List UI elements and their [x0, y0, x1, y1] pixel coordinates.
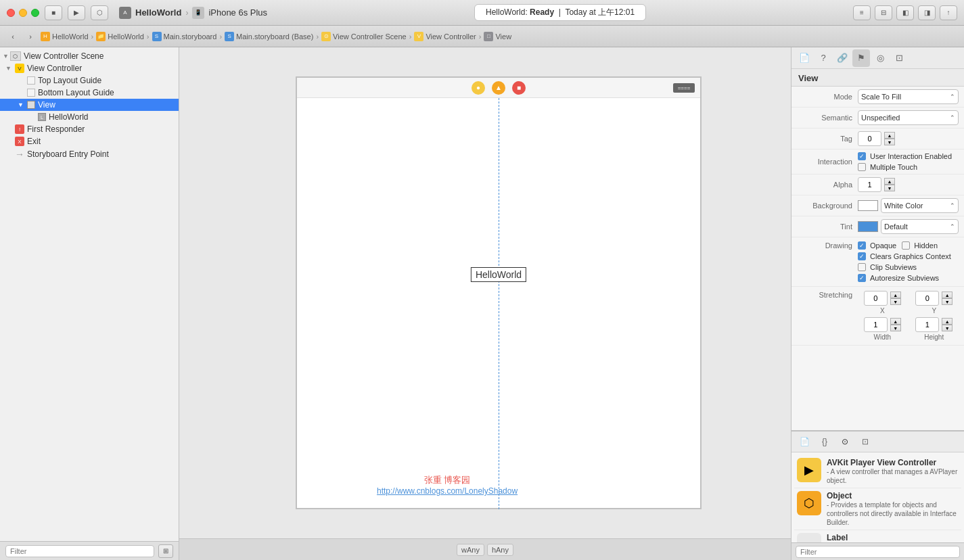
stretch-h-value[interactable]: 1	[915, 317, 939, 332]
size-btn-w[interactable]: wAny	[457, 544, 484, 556]
stretch-y-value[interactable]: 0	[915, 291, 939, 306]
hidden-checkbox[interactable]	[902, 241, 910, 250]
tab-attributes[interactable]: ⚑	[852, 49, 870, 67]
stop-button[interactable]: ■	[45, 5, 62, 20]
semantic-dropdown[interactable]: Unspecified ⌃	[858, 110, 959, 125]
tint-dropdown[interactable]: Default ⌃	[881, 219, 959, 234]
sidebar-toggle[interactable]: ≡	[853, 5, 871, 20]
tree-item-bottom-guide[interactable]: Bottom Layout Guide	[0, 87, 179, 99]
share-btn[interactable]: ↑	[940, 5, 957, 20]
lib-filter	[791, 542, 964, 560]
forward-btn[interactable]: ›	[23, 29, 38, 44]
background-color-swatch[interactable]	[858, 200, 878, 211]
breadcrumb-item-3[interactable]: S Main.storyboard	[152, 32, 217, 41]
tag-stepper-up[interactable]: ▲	[884, 132, 895, 139]
breadcrumb-item-5[interactable]: ⊙ View Controller Scene	[321, 32, 407, 41]
alpha-stepper-value[interactable]: 1	[858, 177, 881, 192]
obj-label[interactable]: Label Label - A variably sized amount of…	[794, 530, 961, 542]
lib-tab-code[interactable]: {}	[817, 434, 832, 449]
tag-value: 0 ▲ ▼	[858, 131, 959, 146]
helloworld-tree-label: HelloWorld	[49, 112, 88, 122]
tree-item-exit[interactable]: X Exit	[0, 135, 179, 147]
minimize-button[interactable]	[19, 9, 27, 17]
breadcrumb-item-4[interactable]: S Main.storyboard (Base)	[225, 32, 313, 41]
stretch-x-btns: ▲ ▼	[890, 291, 901, 305]
alpha-down[interactable]: ▼	[884, 185, 895, 191]
stretch-x-up[interactable]: ▲	[890, 291, 901, 298]
tab-identity[interactable]: ⊡	[890, 49, 908, 67]
filter-input[interactable]	[5, 545, 154, 557]
lib-filter-input[interactable]	[796, 546, 960, 558]
stretching-label: Stretching	[797, 291, 858, 299]
tree-item-vc[interactable]: ▼ V View Controller	[0, 62, 179, 74]
tree-item-first-responder[interactable]: ! First Responder	[0, 123, 179, 135]
editor-btn[interactable]: ⊟	[875, 5, 892, 20]
lib-tab-objects[interactable]: ⊙	[837, 434, 852, 449]
stretch-w-up[interactable]: ▲	[890, 318, 901, 325]
vc-icon: V	[15, 64, 24, 73]
tab-size[interactable]: ◎	[871, 49, 889, 67]
left-panel: ▼ ⬡ View Controller Scene ▼ V View Contr…	[0, 47, 179, 560]
multiple-touch-row: Multiple Touch	[858, 163, 952, 171]
run-button[interactable]: ▶	[68, 5, 85, 20]
stretch-h-down[interactable]: ▼	[942, 325, 952, 331]
tree-item-top-guide[interactable]: Top Layout Guide	[0, 74, 179, 87]
helloworld-label[interactable]: HelloWorld	[471, 267, 526, 282]
tree-item-view[interactable]: ▼ View	[0, 99, 179, 111]
layout-btn[interactable]: ⊞	[158, 544, 173, 558]
background-dropdown-arrow: ⌃	[950, 202, 955, 209]
breadcrumb-item-7[interactable]: □ View	[484, 32, 511, 41]
alpha-up[interactable]: ▲	[884, 178, 895, 185]
iphone-frame[interactable]: ● ▲ ■ ==== HelloWorld 张重 博客园 http://www.…	[296, 76, 702, 509]
stretch-h-up[interactable]: ▲	[942, 318, 952, 325]
stretch-x-value[interactable]: 0	[864, 291, 888, 306]
alpha-value: 1 ▲ ▼	[858, 177, 959, 192]
breadcrumb-item-2[interactable]: 📁 HelloWorld	[96, 32, 144, 41]
iphone-icon-yellow: ●	[472, 81, 485, 95]
inspector-btn[interactable]: ◨	[918, 5, 936, 20]
watermark-cn-text: 张重 博客园	[377, 474, 518, 486]
obj-avkit[interactable]: ▶ AVKit Player View Controller - A view …	[794, 455, 961, 488]
stretch-y-down[interactable]: ▼	[942, 298, 952, 305]
tab-connections[interactable]: 🔗	[833, 49, 851, 67]
size-btn-h[interactable]: hAny	[487, 544, 513, 556]
breadcrumb-item-1[interactable]: H HelloWorld	[41, 32, 89, 41]
alpha-label: Alpha	[797, 181, 858, 189]
drawing-label: Drawing	[797, 241, 858, 250]
opaque-checkbox[interactable]: ✓	[858, 241, 866, 250]
tag-stepper-value[interactable]: 0	[858, 131, 881, 146]
autoresize-checkbox[interactable]: ✓	[858, 274, 866, 282]
fullscreen-button[interactable]	[31, 9, 39, 17]
breadcrumb-item-6[interactable]: V View Controller	[414, 32, 476, 41]
stretch-w-down[interactable]: ▼	[890, 325, 901, 331]
background-dropdown[interactable]: White Color ⌃	[881, 198, 959, 213]
lib-tab-file[interactable]: 📄	[797, 434, 812, 449]
clears-graphics-checkbox[interactable]: ✓	[858, 252, 866, 260]
inspector-mode-row: Mode Scale To Fill ⌃	[791, 87, 964, 108]
obj-object[interactable]: ⬡ Object - Provides a template for objec…	[794, 488, 961, 530]
close-button[interactable]	[7, 9, 15, 17]
stretch-w-value[interactable]: 1	[864, 317, 888, 332]
navigator-btn[interactable]: ◧	[896, 5, 914, 20]
tab-file[interactable]: 📄	[796, 49, 813, 67]
tab-help[interactable]: ?	[814, 49, 832, 67]
mode-dropdown[interactable]: Scale To Fill ⌃	[858, 89, 959, 104]
multiple-touch-checkbox[interactable]	[858, 163, 866, 171]
inspector-spacer	[791, 346, 964, 430]
canvas-content[interactable]: → ● ▲ ■ ==== HelloWorld 张重 博客园 http://ww…	[179, 47, 791, 538]
tint-color-swatch[interactable]	[858, 221, 878, 232]
lib-tab-media[interactable]: ⊡	[858, 434, 873, 449]
user-interaction-checkbox[interactable]: ✓	[858, 152, 866, 160]
clip-subviews-checkbox[interactable]	[858, 263, 866, 271]
guide-icon-bottom	[27, 89, 35, 97]
height-label: Height	[924, 333, 944, 341]
stretch-x-down[interactable]: ▼	[890, 298, 901, 305]
breadcrumb-icon-3: S	[152, 32, 162, 41]
stretch-y-up[interactable]: ▲	[942, 291, 952, 298]
scheme-button[interactable]: ⬡	[91, 5, 108, 20]
tag-stepper-down[interactable]: ▼	[884, 139, 895, 145]
background-value: White Color ⌃	[858, 198, 959, 213]
tree-item-helloworld[interactable]: L HelloWorld	[0, 111, 179, 123]
tree-item-entry-point[interactable]: → Storyboard Entry Point	[0, 147, 179, 161]
back-btn[interactable]: ‹	[5, 29, 20, 44]
